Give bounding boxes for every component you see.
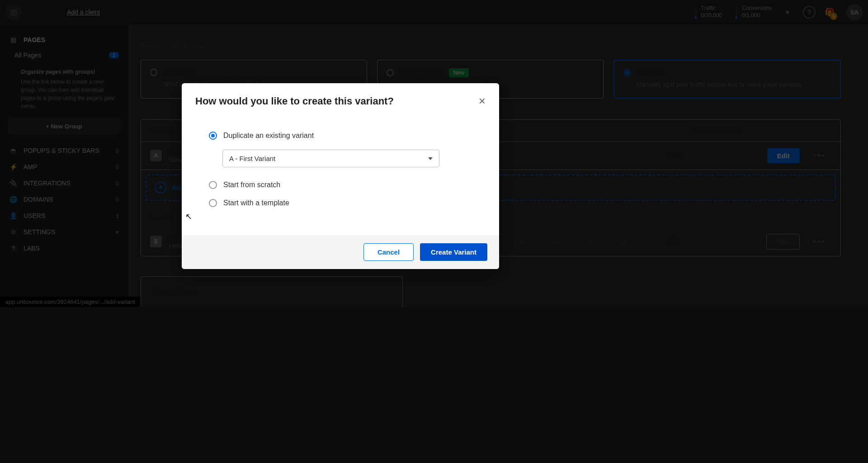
cancel-button[interactable]: Cancel: [363, 243, 414, 261]
modal-title: How would you like to create this varian…: [195, 95, 479, 107]
create-variant-button[interactable]: Create Variant: [420, 243, 487, 261]
option-scratch[interactable]: Start from scratch: [209, 181, 472, 189]
option-duplicate[interactable]: Duplicate an existing variant: [209, 132, 472, 140]
option-label: Start with a template: [223, 199, 289, 207]
chevron-down-icon: [428, 157, 433, 160]
close-icon[interactable]: ×: [479, 94, 486, 108]
radio-icon[interactable]: [209, 199, 217, 207]
variant-select[interactable]: A - First Variant: [222, 150, 439, 167]
radio-icon[interactable]: [209, 181, 217, 189]
radio-icon[interactable]: [209, 132, 217, 140]
option-label: Start from scratch: [223, 181, 280, 189]
select-value: A - First Variant: [229, 155, 275, 162]
option-label: Duplicate an existing variant: [223, 132, 314, 140]
create-variant-modal: How would you like to create this varian…: [182, 83, 499, 269]
option-template[interactable]: Start with a template: [209, 199, 472, 207]
